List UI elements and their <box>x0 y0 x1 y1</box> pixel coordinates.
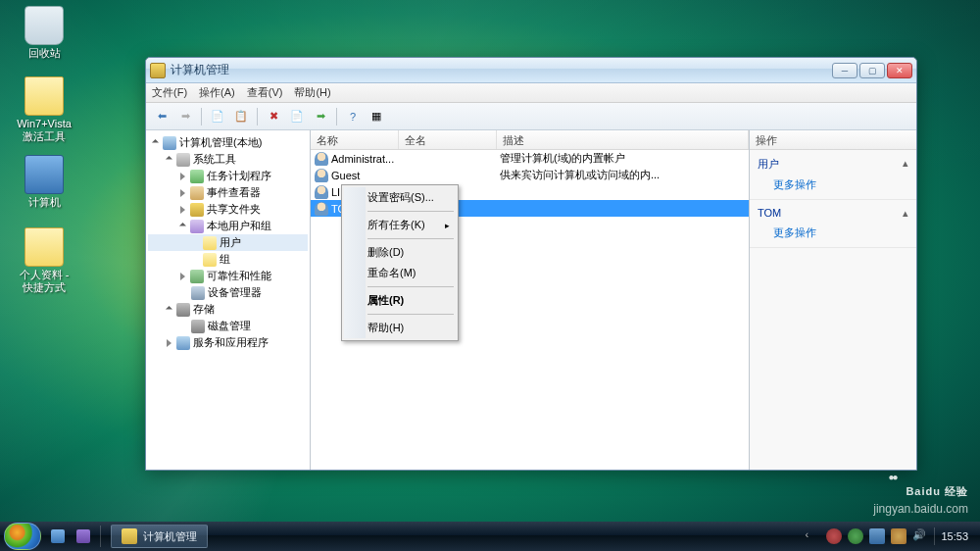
desktop-icon-folder1[interactable]: Win7+Vista 激活工具 <box>10 76 78 143</box>
computer-icon <box>24 155 64 194</box>
minimize-button[interactable]: ─ <box>832 63 858 78</box>
user-icon <box>315 202 328 216</box>
tree-devmgr[interactable]: 设备管理器 <box>148 284 308 301</box>
col-fullname[interactable]: 全名 <box>399 130 497 149</box>
ctx-all-tasks[interactable]: 所有任务(K) <box>344 215 456 235</box>
tray-network-icon[interactable] <box>869 528 885 544</box>
tree-groups[interactable]: 组 <box>148 251 308 268</box>
tree-perf[interactable]: 可靠性和性能 <box>148 268 308 284</box>
folder1-label-l1: Win7+Vista <box>10 118 78 130</box>
user-icon <box>315 185 328 199</box>
clock[interactable]: 15:53 <box>941 530 968 542</box>
folder1-label-l2: 激活工具 <box>10 130 78 143</box>
list-header: 名称 全名 描述 <box>311 130 749 150</box>
tree-users[interactable]: 用户 <box>148 234 308 251</box>
watermark: Baidu 经验 jingyan.baidu.com <box>873 472 968 516</box>
system-tray: ‹ 🔊 15:53 <box>805 527 976 545</box>
user-row-administrator[interactable]: Administrat... 管理计算机(域)的内置帐户 <box>311 150 749 167</box>
user-icon <box>315 169 328 182</box>
user-icon <box>315 152 328 166</box>
delete-button[interactable]: ✖ <box>264 107 283 126</box>
user-row-guest[interactable]: Guest 供来宾访问计算机或访问域的内... <box>311 167 749 183</box>
taskbar-app-button[interactable]: 计算机管理 <box>111 525 208 548</box>
tree-services[interactable]: 服务和应用程序 <box>148 334 308 351</box>
computer-label: 计算机 <box>10 196 78 209</box>
menu-view[interactable]: 查看(V) <box>247 85 283 100</box>
folder2-label-l2: 快捷方式 <box>10 281 78 294</box>
action-section-users: 用户▴ <box>758 154 908 175</box>
close-button[interactable]: ✕ <box>887 63 912 78</box>
col-name[interactable]: 名称 <box>311 130 399 149</box>
forward-button[interactable]: ➡ <box>175 107 195 126</box>
ql-show-desktop[interactable] <box>46 525 70 548</box>
ctx-help[interactable]: 帮助(H) <box>344 318 456 338</box>
up-button[interactable]: 📄 <box>208 107 227 126</box>
start-button[interactable] <box>4 523 41 550</box>
col-desc[interactable]: 描述 <box>497 130 749 149</box>
export-button[interactable]: ➡ <box>311 107 330 126</box>
ctx-set-password[interactable]: 设置密码(S)... <box>344 187 456 208</box>
menu-file[interactable]: 文件(F) <box>152 85 187 100</box>
titlebar[interactable]: 计算机管理 ─ ▢ ✕ <box>146 58 916 83</box>
desktop-icon-computer[interactable]: 计算机 <box>10 155 78 209</box>
tray-user-icon[interactable] <box>891 528 906 544</box>
tray-sync-icon[interactable] <box>848 528 863 544</box>
mmc-window: 计算机管理 ─ ▢ ✕ 文件(F) 操作(A) 查看(V) 帮助(H) ⬅ ➡ … <box>145 57 917 471</box>
back-button[interactable]: ⬅ <box>152 107 172 126</box>
actions-header: 操作 <box>750 130 916 150</box>
tree-shared[interactable]: 共享文件夹 <box>148 201 308 218</box>
ctx-delete[interactable]: 删除(D) <box>344 242 456 263</box>
action-more-2[interactable]: 更多操作 <box>758 223 908 243</box>
tree-scheduler[interactable]: 任务计划程序 <box>148 168 308 184</box>
context-menu: 设置密码(S)... 所有任务(K) 删除(D) 重命名(M) 属性(R) 帮助… <box>341 184 459 341</box>
action-section-tom: TOM▴ <box>758 204 908 223</box>
tree-pane: 计算机管理(本地) 系统工具 任务计划程序 事件查看器 共享文件夹 本地用户和组… <box>146 130 311 470</box>
folder2-label-l1: 个人资料 - <box>10 269 78 281</box>
actions-pane: 操作 用户▴ 更多操作 TOM▴ 更多操作 <box>750 130 916 470</box>
window-title: 计算机管理 <box>171 62 832 78</box>
menu-action[interactable]: 操作(A) <box>199 85 235 100</box>
tree-eventviewer[interactable]: 事件查看器 <box>148 184 308 201</box>
taskbar: 计算机管理 ‹ 🔊 15:53 <box>0 522 980 551</box>
tree-systools[interactable]: 系统工具 <box>148 151 308 168</box>
ql-switch-windows[interactable] <box>72 525 95 548</box>
action-more-1[interactable]: 更多操作 <box>758 175 908 195</box>
tray-expand-icon[interactable]: ‹ <box>805 528 820 544</box>
recyclebin-label: 回收站 <box>10 47 78 60</box>
tree-storage[interactable]: 存储 <box>148 301 308 318</box>
ctx-properties[interactable]: 属性(R) <box>344 290 456 311</box>
props-button[interactable]: 📋 <box>231 107 251 126</box>
app-icon <box>122 528 137 544</box>
maximize-button[interactable]: ▢ <box>859 63 885 78</box>
tray-volume-icon[interactable]: 🔊 <box>912 528 928 544</box>
folder-icon <box>24 227 64 267</box>
menu-help[interactable]: 帮助(H) <box>294 85 330 100</box>
desktop-icon-folder2[interactable]: 个人资料 - 快捷方式 <box>10 227 78 294</box>
tray-security-icon[interactable] <box>826 528 842 544</box>
help-button[interactable]: ? <box>343 107 363 126</box>
folder-icon <box>24 76 64 116</box>
refresh-button[interactable]: 📄 <box>287 107 307 126</box>
desktop-icon-recyclebin[interactable]: 回收站 <box>10 6 78 60</box>
recyclebin-icon <box>24 6 64 45</box>
tree-diskmgmt[interactable]: 磁盘管理 <box>148 318 308 334</box>
tree-root[interactable]: 计算机管理(本地) <box>148 134 308 151</box>
menubar: 文件(F) 操作(A) 查看(V) 帮助(H) <box>146 83 916 103</box>
ctx-rename[interactable]: 重命名(M) <box>344 263 456 283</box>
options-button[interactable]: ▦ <box>367 107 386 126</box>
app-icon <box>150 63 166 78</box>
tree-localusers[interactable]: 本地用户和组 <box>148 218 308 234</box>
toolbar: ⬅ ➡ 📄 📋 ✖ 📄 ➡ ? ▦ <box>146 103 916 130</box>
